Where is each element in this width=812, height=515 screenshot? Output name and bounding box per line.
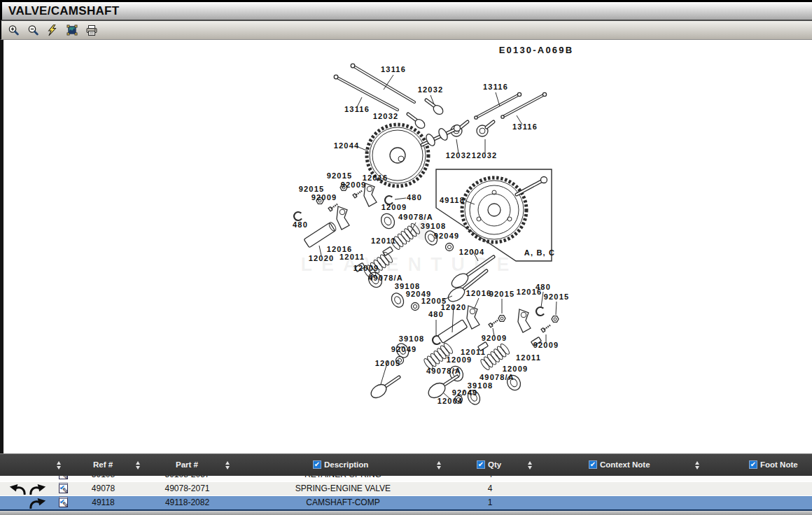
part-number-label: 12009 (354, 264, 379, 272)
part-number-label: 12011 (516, 353, 541, 362)
sort-toggle[interactable] (57, 461, 62, 470)
part-number-label: 49078/A (398, 213, 433, 221)
page-title: VALVE/CAMSHAFT (8, 4, 119, 18)
zoom-out-icon (27, 24, 39, 36)
row-nav-arrows (0, 476, 48, 481)
part-number-label: 12005 (375, 359, 401, 367)
part-cell: 49118-2082 (140, 496, 234, 509)
ref-cell: 49078 (74, 482, 133, 495)
pencil-glyph: ✎ (62, 501, 69, 509)
part-number-label: 49118 (440, 196, 465, 204)
table-row[interactable]: ✔✎5910859108-2057RETAINER-SPRING4 (0, 476, 812, 481)
ref-cell: 49118 (74, 496, 133, 509)
bottom-scrollbar-track[interactable] (0, 509, 812, 515)
qty-cell: 1 (462, 496, 518, 509)
description-cell: CAMSHAFT-COMP (238, 496, 448, 509)
part-number-label: 12032 (418, 85, 444, 94)
table-row[interactable]: ✔✎4907849078-2071SPRING-ENGINE VALVE4 (0, 481, 812, 495)
parts-table-body: ✔✎5910859108-2057RETAINER-SPRING4✔✎49078… (0, 476, 812, 509)
zoom-in-button[interactable] (6, 23, 20, 37)
part-number-label: 92009 (312, 193, 337, 202)
column-header-qty[interactable]: Qty (488, 460, 501, 469)
pencil-glyph: ✎ (62, 487, 69, 495)
qty-cell: 4 (462, 476, 518, 481)
sort-toggle[interactable] (136, 461, 141, 470)
nav-forward-arrow-icon[interactable] (29, 484, 48, 495)
part-number-label: 12020 (309, 254, 335, 262)
column-header-context-note[interactable]: Context Note (600, 460, 650, 469)
nav-forward-arrow-icon[interactable] (29, 498, 48, 509)
diagram-panel: LEAVENTURE (0, 40, 812, 453)
nav-back-arrow-icon[interactable] (8, 484, 27, 495)
column-header-foot-note[interactable]: Foot Note (760, 460, 798, 469)
part-number-label: 92009 (341, 181, 367, 189)
part-number-label: 12044 (334, 141, 360, 150)
qty-cell: 4 (462, 482, 518, 495)
edit-notes-icon[interactable]: ✔✎ (59, 476, 68, 479)
flash-refresh-button[interactable] (46, 23, 59, 37)
row-nav-arrows (0, 496, 48, 509)
column-header-description[interactable]: Description (324, 460, 368, 469)
parts-diagram[interactable]: LEAVENTURE (4, 40, 812, 453)
zoom-in-icon (8, 24, 20, 36)
part-number-label: 13116 (344, 105, 370, 113)
part-number-label: 49078/A (426, 367, 461, 375)
column-checkbox-description[interactable]: ✔ (313, 460, 321, 469)
part-number-label: 12011 (340, 253, 365, 261)
part-cell: 49078-2071 (140, 482, 234, 495)
row-notes-cell: ✔✎ (57, 476, 69, 481)
row-notes-cell: ✔✎ (57, 483, 69, 495)
diagram-toolbar (0, 21, 812, 40)
sort-toggle[interactable] (528, 461, 533, 470)
image-hotspots-icon (66, 24, 78, 36)
part-number-label: 49078/A (479, 373, 514, 381)
part-number-label: 92049 (452, 388, 478, 397)
part-number-label: 13116 (483, 83, 508, 91)
part-number-label: 13116 (381, 65, 406, 73)
context-note-cell (532, 476, 700, 481)
parts-table-header: Ref # Part # ✔ Description ✔ Qty ✔ Conte… (0, 453, 812, 476)
print-button[interactable] (85, 23, 99, 37)
part-number-label: 480 (293, 220, 308, 229)
sort-toggle[interactable] (225, 461, 230, 470)
inset-caption: A, B, C (524, 248, 555, 257)
printer-icon (85, 24, 98, 36)
part-number-label: 92049 (391, 345, 417, 353)
edit-notes-icon[interactable]: ✔✎ (59, 497, 68, 507)
parts-catalog-window: VALVE/CAMSHAFT (0, 0, 812, 515)
diagram-code: E0130-A069B (499, 45, 574, 55)
part-number-label: 12032 (472, 151, 498, 160)
image-hotspots-button[interactable] (65, 23, 79, 37)
column-header-part[interactable]: Part # (176, 460, 198, 469)
part-number-label: 49078/A (368, 274, 403, 282)
context-note-cell (532, 482, 700, 495)
part-number-label: 92015 (299, 185, 325, 193)
part-number-label: 12009 (382, 203, 407, 211)
part-number-label: 480 (428, 310, 444, 318)
column-checkbox-context-note[interactable]: ✔ (589, 460, 597, 469)
context-note-cell (532, 496, 700, 509)
lightning-icon (47, 24, 58, 36)
foot-note-cell (707, 482, 812, 495)
column-header-ref[interactable]: Ref # (93, 460, 113, 469)
description-cell: RETAINER-SPRING (238, 476, 448, 481)
zoom-out-button[interactable] (26, 23, 40, 37)
column-checkbox-foot-note[interactable]: ✔ (749, 460, 757, 469)
part-number-label: 39108 (399, 334, 425, 343)
pencil-glyph: ✎ (62, 476, 69, 481)
table-row[interactable]: ✔✎4911849118-2082CAMSHAFT-COMP1 (0, 495, 812, 509)
edit-notes-icon[interactable]: ✔✎ (59, 483, 68, 493)
row-notes-cell: ✔✎ (57, 497, 69, 509)
ref-cell: 59108 (74, 476, 133, 481)
part-number-label: 12009 (447, 355, 472, 364)
part-number-label: 12032 (373, 112, 399, 120)
part-number-label: 12020 (441, 303, 467, 311)
part-number-label: 92015 (489, 290, 515, 298)
sort-toggle[interactable] (437, 461, 442, 470)
part-number-label: 92009 (533, 341, 559, 349)
sort-toggle[interactable] (695, 461, 700, 470)
part-number-label: 39108 (421, 222, 447, 230)
part-number-label: 12004 (459, 248, 485, 256)
part-number-label: 92015 (327, 171, 353, 180)
column-checkbox-qty[interactable]: ✔ (477, 460, 485, 469)
